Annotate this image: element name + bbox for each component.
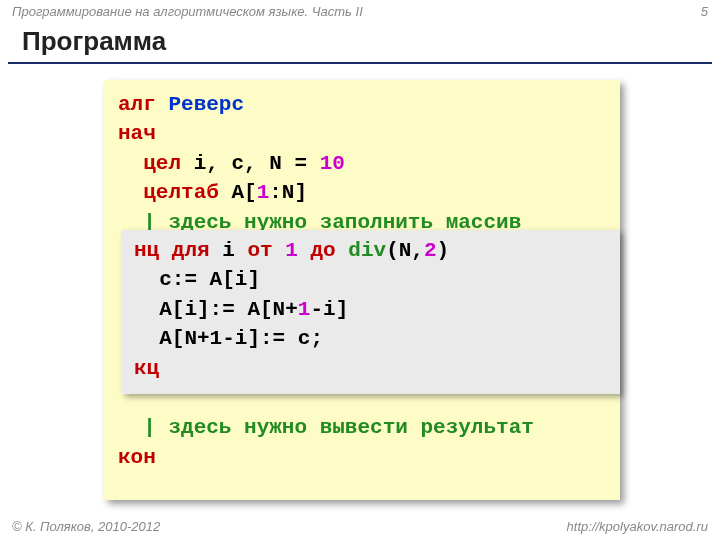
page-number: 5 <box>701 4 708 19</box>
arr-a: A[ <box>219 181 257 204</box>
num-1b: 1 <box>285 239 298 262</box>
footer-url: http://kpolyakov.narod.ru <box>567 519 708 534</box>
num-1: 1 <box>257 181 270 204</box>
title-rule <box>8 62 712 64</box>
arr-b: :N] <box>269 181 307 204</box>
kw-kc: кц <box>134 357 159 380</box>
kw-nc-dlya: нц для <box>134 239 210 262</box>
kw-ot: от <box>247 239 272 262</box>
fn-div: div <box>348 239 386 262</box>
num-10: 10 <box>320 152 345 175</box>
kw-kon: кон <box>118 446 156 469</box>
footer: © К. Поляков, 2010-2012 http://kpolyakov… <box>12 519 708 534</box>
num-2: 2 <box>424 239 437 262</box>
alg-name: Реверс <box>168 93 244 116</box>
kw-alg: алг <box>118 93 168 116</box>
top-bar: Программирование на алгоритмическом язык… <box>12 4 708 19</box>
kw-do: до <box>310 239 335 262</box>
comment-out: | здесь нужно вывести результат <box>143 416 546 439</box>
stmt-swap: A[N+1-i]:= c; <box>134 327 323 350</box>
course-title: Программирование на алгоритмическом язык… <box>12 4 363 19</box>
kw-celtab: целтаб <box>143 181 219 204</box>
stmt-c: c:= A[i] <box>134 268 260 291</box>
slide-title: Программа <box>22 26 166 57</box>
kw-cel: цел <box>143 152 181 175</box>
copyright: © К. Поляков, 2010-2012 <box>12 519 160 534</box>
decl-vars: i, c, N = <box>181 152 320 175</box>
kw-nach: нач <box>118 122 156 145</box>
inset-code-block: нц для i от 1 до div(N,2) c:= A[i] A[i]:… <box>122 230 620 394</box>
